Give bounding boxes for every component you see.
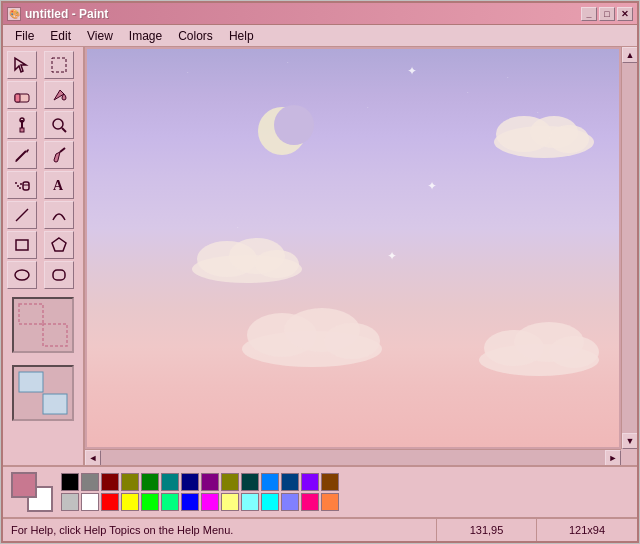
title-bar: 🎨 untitled - Paint _ □ ✕ — [3, 3, 637, 25]
title-bar-left: 🎨 untitled - Paint — [7, 7, 108, 21]
svg-line-20 — [16, 209, 28, 221]
status-bar: For Help, click Help Topics on the Help … — [3, 517, 637, 541]
svg-rect-4 — [20, 128, 24, 132]
app-icon: 🎨 — [7, 7, 21, 21]
scroll-track-h[interactable] — [101, 450, 605, 465]
menu-help[interactable]: Help — [221, 27, 262, 45]
swatch-dark-yellow[interactable] — [221, 473, 239, 491]
fg-color-box[interactable] — [11, 472, 37, 498]
menu-image[interactable]: Image — [121, 27, 170, 45]
swatch-navy[interactable] — [181, 473, 199, 491]
color-palette — [3, 465, 637, 517]
minimize-button[interactable]: _ — [581, 7, 597, 21]
maximize-button[interactable]: □ — [599, 7, 615, 21]
swatch-silver[interactable] — [61, 493, 79, 511]
moon — [252, 99, 317, 166]
star: ✦ — [427, 179, 437, 193]
svg-line-12 — [60, 148, 65, 152]
swatch-gray[interactable] — [81, 473, 99, 491]
star: · — [467, 89, 469, 95]
swatch-green[interactable] — [141, 473, 159, 491]
palette-row-1 — [61, 473, 339, 491]
swatch-dark-blue[interactable] — [281, 473, 299, 491]
menu-edit[interactable]: Edit — [42, 27, 79, 45]
swatch-blue[interactable] — [261, 473, 279, 491]
svg-point-23 — [15, 270, 29, 280]
tool-rounded-rect[interactable] — [44, 261, 74, 289]
svg-point-13 — [17, 185, 19, 187]
menu-colors[interactable]: Colors — [170, 27, 221, 45]
svg-marker-0 — [15, 58, 26, 72]
svg-marker-10 — [26, 149, 29, 153]
swatch-spring[interactable] — [161, 493, 179, 511]
svg-point-15 — [15, 182, 17, 184]
svg-rect-1 — [52, 58, 66, 72]
star: · — [367, 104, 369, 110]
swatch-yellow[interactable] — [121, 493, 139, 511]
swatch-magenta[interactable] — [201, 493, 219, 511]
swatch-cyan-light[interactable] — [241, 493, 259, 511]
swatch-violet[interactable] — [301, 473, 319, 491]
swatch-black[interactable] — [61, 473, 79, 491]
swatch-lime[interactable] — [141, 493, 159, 511]
scroll-up-button[interactable]: ▲ — [622, 47, 637, 63]
scroll-corner — [621, 449, 637, 465]
tool-polygon[interactable] — [44, 231, 74, 259]
tool-eyedropper[interactable] — [7, 111, 37, 139]
current-colors — [11, 472, 53, 512]
canvas-wrapper: ✦ · · ✦ · ✦ · ✦ · · · · — [85, 47, 637, 465]
swatch-red[interactable] — [101, 493, 119, 511]
menu-file[interactable]: File — [7, 27, 42, 45]
tool-zoom[interactable] — [44, 111, 74, 139]
paint-canvas[interactable]: ✦ · · ✦ · ✦ · ✦ · · · · — [87, 49, 619, 447]
tool-line[interactable] — [7, 201, 37, 229]
tool-eraser[interactable] — [7, 81, 37, 109]
tool-fill[interactable] — [44, 81, 74, 109]
scroll-area: ✦ · · ✦ · ✦ · ✦ · · · · — [85, 47, 637, 465]
svg-point-42 — [324, 323, 380, 359]
svg-rect-26 — [43, 324, 67, 346]
tool-rectangle[interactable] — [7, 231, 37, 259]
swatch-teal[interactable] — [161, 473, 179, 491]
svg-line-9 — [16, 151, 26, 161]
tool-text[interactable]: A — [44, 171, 74, 199]
swatch-olive[interactable] — [121, 473, 139, 491]
swatch-brown[interactable] — [321, 473, 339, 491]
svg-point-16 — [19, 187, 21, 189]
close-button[interactable]: ✕ — [617, 7, 633, 21]
star: ✦ — [407, 64, 417, 78]
swatch-blue-bright[interactable] — [181, 493, 199, 511]
swatch-light-yellow[interactable] — [221, 493, 239, 511]
scroll-right-button[interactable]: ► — [605, 450, 621, 465]
scroll-track-v[interactable] — [622, 63, 637, 433]
swatch-purple[interactable] — [201, 473, 219, 491]
tool-airbrush[interactable] — [7, 171, 37, 199]
swatch-cyan[interactable] — [261, 493, 279, 511]
svg-marker-22 — [52, 238, 66, 251]
tool-brush[interactable] — [44, 141, 74, 169]
swatch-periwinkle[interactable] — [281, 493, 299, 511]
star: · — [507, 74, 509, 80]
tool-pencil[interactable] — [7, 141, 37, 169]
palette-row-2 — [61, 493, 339, 511]
svg-point-34 — [549, 125, 589, 153]
cloud-3 — [237, 297, 387, 367]
tool-ellipse[interactable] — [7, 261, 37, 289]
scroll-down-button[interactable]: ▼ — [622, 433, 637, 449]
swatch-dark-teal[interactable] — [241, 473, 259, 491]
star: · — [187, 69, 189, 75]
swatch-rose[interactable] — [301, 493, 319, 511]
tool-curve[interactable] — [44, 201, 74, 229]
swatch-maroon[interactable] — [101, 473, 119, 491]
swatch-orange[interactable] — [321, 493, 339, 511]
menu-view[interactable]: View — [79, 27, 121, 45]
scroll-left-button[interactable]: ◄ — [85, 450, 101, 465]
swatch-white[interactable] — [81, 493, 99, 511]
main-area: A — [3, 47, 637, 465]
menu-bar: File Edit View Image Colors Help — [3, 25, 637, 47]
tool-select-rect[interactable] — [44, 51, 74, 79]
status-size: 121x94 — [537, 519, 637, 541]
tool-select-free[interactable] — [7, 51, 37, 79]
status-coords-text: 131,95 — [470, 524, 504, 536]
title-buttons: _ □ ✕ — [581, 7, 633, 21]
